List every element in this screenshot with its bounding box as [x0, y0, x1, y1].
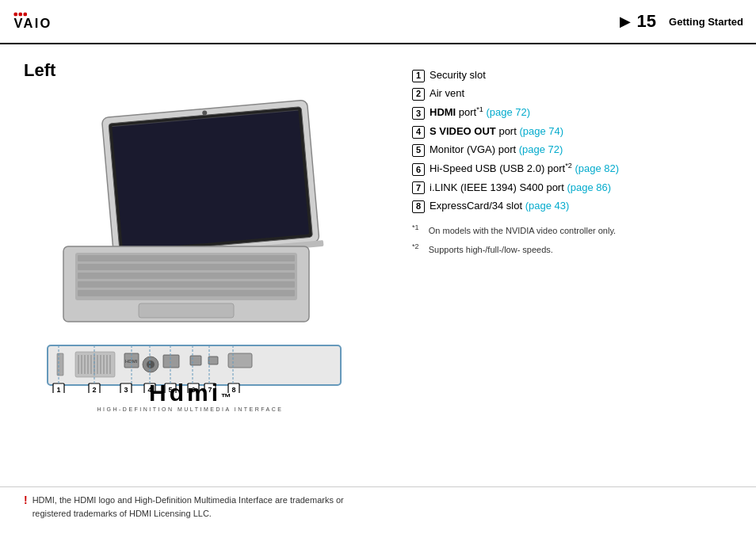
left-panel: Left [24, 60, 388, 479]
item-text-2: Air vent [430, 86, 464, 101]
footer: ! HDMI, the HDMI logo and High-Definitio… [0, 486, 756, 534]
item-link-4[interactable]: (page 74) [519, 125, 563, 137]
svg-rect-19 [57, 353, 63, 376]
hdmi-logo-i: i [212, 380, 220, 406]
item-text-4: S VIDEO OUT port (page 74) [430, 124, 563, 139]
right-panel: 1 Security slot 2 Air vent 3 HDMI port*1… [412, 60, 732, 479]
item-text-8: ExpressCard/34 slot (page 43) [430, 199, 569, 213]
item-number-2: 2 [412, 88, 425, 101]
nav-arrow: ▶ [620, 13, 631, 30]
hdmi-logo-text: H [149, 380, 169, 406]
main-content: Left [0, 44, 756, 486]
item-number-3: 3 [412, 107, 425, 120]
item-text-7: i.LINK (IEEE 1394) S400 port (page 86) [430, 181, 611, 195]
svg-rect-17 [139, 303, 234, 318]
footnote-marker-2: *2 [412, 242, 419, 250]
item-number-4: 4 [412, 126, 425, 139]
svg-rect-6 [112, 110, 309, 250]
item-list: 1 Security slot 2 Air vent 3 HDMI port*1… [412, 68, 732, 213]
list-item: 1 Security slot [412, 68, 732, 82]
svg-text:VAIO: VAIO [14, 16, 52, 30]
hdmi-subtitle: HIGH-DEFINITION MULTIMEDIA INTERFACE [97, 406, 284, 412]
section-label: Getting Started [669, 16, 743, 28]
svg-point-35 [147, 360, 155, 368]
list-item: 8 ExpressCard/34 slot (page 43) [412, 199, 732, 213]
item-number-8: 8 [412, 200, 425, 213]
hdmi-logo-m: m [187, 380, 211, 406]
svg-text:8: 8 [231, 386, 235, 393]
item-number-7: 7 [412, 181, 425, 194]
footnote-text-1: On models with the NVIDIA video controll… [429, 226, 616, 235]
item-text-6: Hi-Speed USB (USB 2.0) port*2 (page 82) [430, 161, 619, 177]
svg-text:3: 3 [124, 386, 128, 393]
svg-rect-16 [78, 290, 295, 296]
svg-rect-12 [78, 255, 295, 261]
item-text-3: HDMI port*1 (page 72) [430, 105, 530, 120]
svg-rect-37 [190, 356, 201, 365]
footer-exclamation: ! [24, 494, 28, 506]
item-text-5: Monitor (VGA) port (page 72) [430, 143, 563, 157]
svg-rect-13 [78, 264, 295, 270]
item-number-1: 1 [412, 70, 425, 82]
hdmi-logo-d: d [170, 380, 186, 406]
section-title: Left [24, 60, 388, 81]
header: VAIO ▶ 15 Getting Started [0, 0, 756, 44]
item-link-5[interactable]: (page 72) [519, 143, 563, 155]
footnote-marker-1: *1 [412, 223, 419, 231]
footnote-text-2: Supports high-/full-/low- speeds. [429, 245, 553, 254]
vaio-logo-svg: VAIO [13, 10, 84, 33]
item-link-6[interactable]: (page 82) [575, 163, 619, 175]
svg-rect-14 [78, 273, 295, 279]
hdmi-trademark: ™ [221, 391, 231, 403]
item-number-5: 5 [412, 144, 425, 157]
svg-text:2: 2 [92, 386, 96, 393]
footnote-1: *1 On models with the NVIDIA video contr… [412, 223, 732, 237]
header-right: ▶ 15 Getting Started [620, 11, 743, 32]
svg-rect-15 [78, 281, 295, 288]
item-number-6: 6 [412, 163, 425, 176]
vaio-logo: VAIO [13, 10, 84, 33]
item-link-8[interactable]: (page 43) [525, 200, 570, 212]
laptop-illustration: HDMI 1 2 3 [24, 92, 357, 393]
footer-text: HDMI, the HDMI logo and High-Definition … [32, 494, 344, 520]
list-item: 3 HDMI port*1 (page 72) [412, 105, 732, 120]
list-item: 5 Monitor (VGA) port (page 72) [412, 143, 732, 157]
svg-rect-36 [163, 355, 179, 368]
list-item: 7 i.LINK (IEEE 1394) S400 port (page 86) [412, 181, 732, 195]
item-link-7[interactable]: (page 86) [567, 181, 611, 193]
item-text-1: Security slot [430, 68, 486, 82]
svg-rect-38 [208, 357, 218, 364]
laptop-svg: HDMI 1 2 3 [24, 92, 357, 393]
list-item: 6 Hi-Speed USB (USB 2.0) port*2 (page 82… [412, 161, 732, 177]
page-number: 15 [637, 11, 656, 32]
svg-text:1: 1 [56, 386, 60, 393]
list-item: 4 S VIDEO OUT port (page 74) [412, 124, 732, 139]
footnote-2: *2 Supports high-/full-/low- speeds. [412, 242, 732, 256]
item-link-3[interactable]: (page 72) [486, 107, 530, 119]
list-item: 2 Air vent [412, 86, 732, 101]
svg-rect-39 [228, 353, 252, 368]
